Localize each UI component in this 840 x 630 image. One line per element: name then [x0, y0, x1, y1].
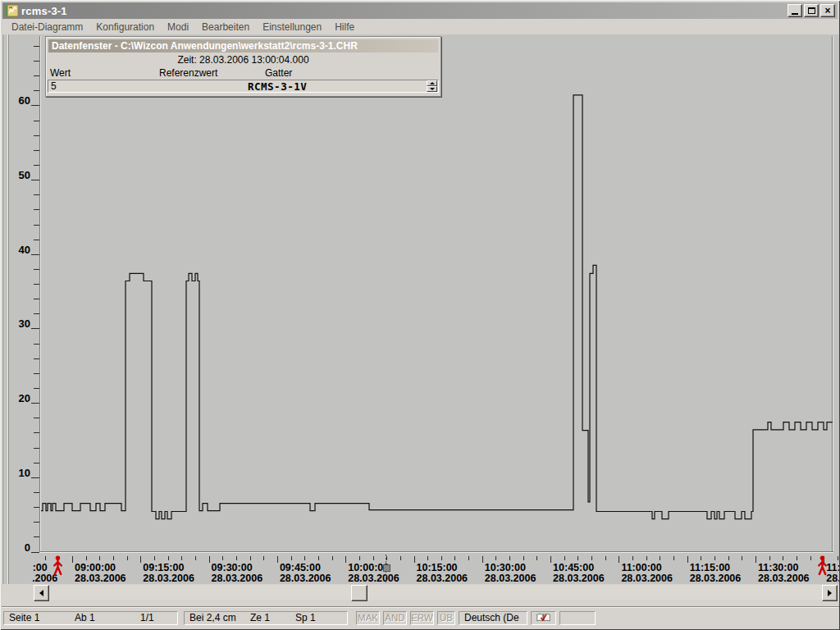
x-tick-major — [619, 556, 619, 563]
x-axis-date-label: 28.03.2006 — [621, 573, 673, 584]
x-tick-minor — [195, 556, 196, 560]
wert-value: 5 — [51, 80, 57, 92]
x-axis-date-label: 28.03.2006 — [143, 573, 194, 584]
x-tick-major — [209, 556, 210, 563]
x-tick-minor — [359, 556, 360, 560]
x-tick-minor — [373, 556, 374, 560]
close-button[interactable]: × — [820, 4, 835, 17]
maximize-button[interactable] — [804, 4, 819, 17]
statusbar-position-panel[interactable]: Bei 2,4 cm Ze 1 Sp 1 — [184, 611, 348, 625]
mode-mak[interactable]: MAK — [356, 611, 380, 625]
x-tick-major — [482, 556, 483, 563]
x-tick-minor — [250, 556, 251, 560]
x-tick-minor — [468, 556, 469, 560]
mode-ueb[interactable]: ÜB — [437, 611, 455, 625]
x-axis-date-label: 28.03.2006 — [826, 573, 840, 584]
menu-datei-diagramm[interactable]: Datei-Diagramm — [5, 20, 89, 34]
x-axis-date-label: 28.03.2006 — [758, 573, 810, 584]
x-tick-minor — [769, 556, 770, 560]
x-tick-minor — [154, 556, 155, 560]
menu-bar: Datei-Diagramm Konfiguration Modi Bearbe… — [0, 19, 840, 34]
left-edge-groove — [8, 34, 9, 584]
datenfenster-titlebar[interactable]: Datenfenster - C:\Wizcon Anwendungen\wer… — [48, 39, 438, 52]
line-indicator: Ze 1 — [250, 612, 295, 623]
position-indicator: Bei 2,4 cm — [189, 612, 250, 623]
menu-bearbeiten[interactable]: Bearbeiten — [195, 20, 256, 34]
close-icon: × — [824, 7, 830, 15]
x-tick-minor — [113, 556, 114, 560]
x-tick-major — [756, 556, 756, 563]
gatter-value: RCMS-3-1V — [248, 80, 307, 93]
window-titlebar[interactable]: rcms-3-1 × — [2, 2, 838, 19]
x-axis-time-label: 10:30:00 — [485, 562, 526, 573]
x-tick-major — [345, 556, 346, 563]
menu-konfiguration[interactable]: Konfiguration — [89, 20, 161, 34]
spinner-up-button[interactable] — [427, 80, 437, 86]
maximize-icon — [808, 7, 815, 14]
x-tick-minor — [400, 556, 401, 560]
x-tick-minor — [181, 556, 182, 560]
data-row[interactable]: 5 RCMS-3-1V — [48, 80, 439, 93]
scrollbar-thumb[interactable] — [351, 585, 368, 601]
menu-einstellungen[interactable]: Einstellungen — [256, 20, 328, 34]
statusbar-page-panel[interactable]: Seite 1 Ab 1 1/1 — [3, 611, 178, 625]
x-tick-minor — [728, 556, 729, 560]
x-tick-minor — [454, 556, 455, 560]
x-tick-minor — [304, 556, 305, 560]
column-indicator: Sp 1 — [295, 612, 316, 623]
x-tick-minor — [222, 556, 223, 560]
x-tick-minor — [523, 556, 524, 560]
x-tick-minor — [564, 556, 565, 560]
x-axis-time-label: 09:45:00 — [280, 562, 321, 573]
datenfenster-title: Datenfenster - C:\Wizcon Anwendungen\wer… — [52, 40, 358, 52]
time-cursor-handle[interactable] — [383, 564, 390, 572]
zeit-label: Zeit: 28.03.2006 13:00:04.000 — [46, 54, 441, 66]
spinner-down-button[interactable] — [427, 86, 437, 92]
section-indicator: Ab 1 — [75, 612, 140, 623]
x-tick-minor — [632, 556, 633, 560]
x-tick-major — [687, 556, 688, 563]
down-arrow-icon — [430, 88, 435, 90]
x-axis-time-label: 10:15:00 — [417, 562, 458, 573]
x-tick-minor — [291, 556, 292, 560]
right-arrow-icon — [828, 590, 832, 596]
x-tick-minor — [318, 556, 319, 560]
x-axis-time-label: 11:45:00 — [826, 562, 840, 573]
range-marker-left[interactable] — [52, 555, 63, 576]
page-indicator: Seite 1 — [9, 612, 75, 623]
x-tick-major — [277, 556, 278, 563]
x-tick-minor — [168, 556, 169, 560]
x-tick-minor — [673, 556, 674, 560]
x-tick-minor — [660, 556, 660, 560]
range-marker-right[interactable] — [817, 555, 828, 576]
datenfenster-window: Datenfenster - C:\Wizcon Anwendungen\wer… — [45, 36, 441, 97]
chart-plot-area — [0, 34, 840, 584]
menu-modi[interactable]: Modi — [161, 20, 195, 34]
scroll-right-button[interactable] — [822, 585, 838, 601]
x-tick-minor — [714, 556, 715, 560]
x-tick-minor — [646, 556, 647, 560]
mode-erw[interactable]: ERW — [410, 611, 434, 625]
x-axis-date-label: 28.03.2006 — [212, 573, 263, 584]
spellcheck-status[interactable] — [531, 611, 556, 625]
x-axis-date-label: 28.03.2006 — [280, 573, 331, 584]
minimize-button[interactable] — [788, 4, 802, 17]
scroll-left-button[interactable] — [34, 585, 49, 601]
x-axis-time-label: 11:30:00 — [758, 562, 798, 573]
x-tick-minor — [810, 556, 811, 560]
x-tick-minor — [45, 556, 46, 560]
x-tick-minor — [797, 556, 797, 560]
menu-hilfe[interactable]: Hilfe — [328, 20, 361, 34]
horizontal-scrollbar[interactable] — [33, 585, 838, 600]
x-axis-date-label: 28.03.2006 — [485, 573, 536, 584]
mode-aend[interactable]: ÄND — [383, 611, 407, 625]
column-header-referenzwert: Referenzwert — [159, 67, 217, 79]
x-tick-minor — [742, 556, 742, 560]
x-tick-minor — [495, 556, 496, 560]
window-title: rcms-3-1 — [21, 5, 67, 17]
x-tick-major — [140, 556, 141, 563]
x-tick-major — [72, 556, 73, 563]
x-tick-minor — [86, 556, 87, 560]
language-indicator[interactable]: Deutsch (De — [459, 611, 527, 625]
x-tick-minor — [605, 556, 606, 560]
